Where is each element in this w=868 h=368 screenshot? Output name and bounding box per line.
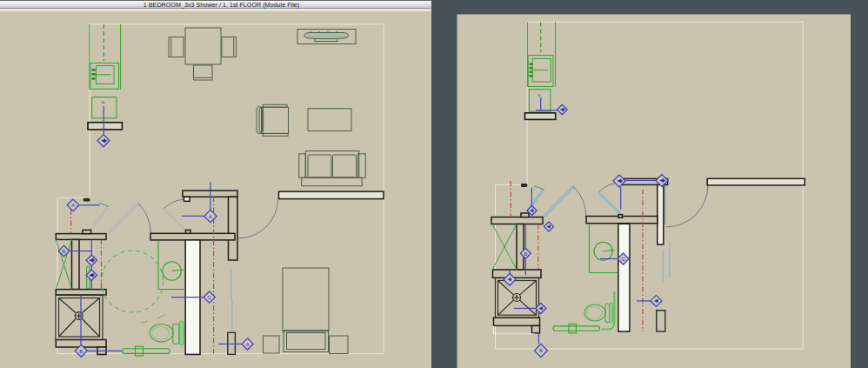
svg-text:B: B bbox=[539, 347, 543, 353]
svg-text:u.: u. bbox=[537, 92, 541, 97]
svg-text:1 BEDROOM_3x3 Shower / 1. 1st: 1 BEDROOM_3x3 Shower / 1. 1st FLOOR (Mod… bbox=[144, 1, 299, 9]
svg-text:C: C bbox=[207, 294, 211, 300]
svg-text:B: B bbox=[62, 248, 65, 254]
svg-text:C: C bbox=[621, 256, 625, 262]
svg-text:B: B bbox=[524, 251, 527, 257]
svg-text:u.: u. bbox=[102, 99, 106, 104]
svg-text:B: B bbox=[79, 348, 83, 354]
